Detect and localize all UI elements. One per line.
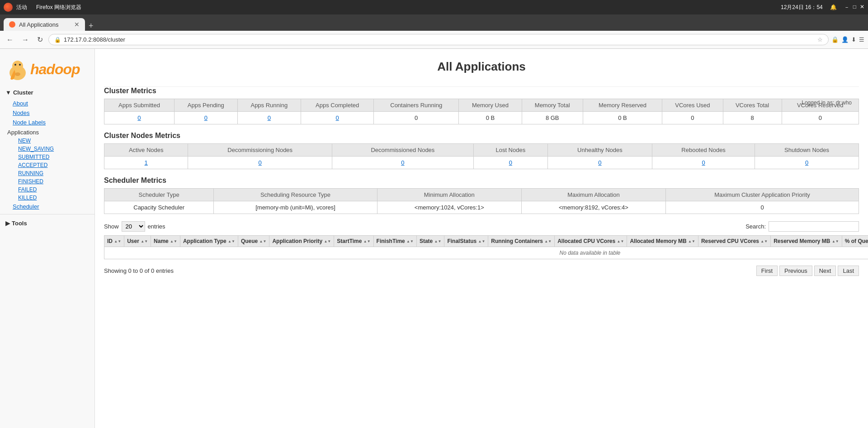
minimize-icon[interactable]: － xyxy=(844,4,849,11)
refresh-button[interactable]: ↻ xyxy=(34,33,46,46)
th-application-priority[interactable]: Application Priority ▲▼ xyxy=(269,236,334,247)
active-tab[interactable]: All Applications ✕ xyxy=(4,18,85,31)
val-shutdown-nodes[interactable]: 0 xyxy=(755,157,859,169)
col-memory-reserved: Memory Reserved xyxy=(583,99,662,112)
forward-button[interactable]: → xyxy=(19,34,32,46)
col-memory-used: Memory Used xyxy=(459,99,522,112)
maximize-icon[interactable]: □ xyxy=(853,4,856,11)
allocated-memory-sort-icon: ▲▼ xyxy=(688,240,695,243)
address-bar[interactable]: 🔒 172.17.0.2:8088/cluster ☆ xyxy=(48,34,829,45)
th-allocated-cpu[interactable]: Allocated CPU VCores ▲▼ xyxy=(555,236,627,247)
col-apps-submitted: Apps Submitted xyxy=(104,99,175,112)
svg-point-4 xyxy=(15,72,20,76)
url-display: 172.17.0.2:8088/cluster xyxy=(64,36,815,43)
val-unhealthy-nodes[interactable]: 0 xyxy=(547,157,652,169)
sidebar-item-nodes[interactable]: Nodes xyxy=(0,108,94,118)
sidebar-item-about[interactable]: About xyxy=(0,99,94,108)
th-state[interactable]: State ▲▼ xyxy=(416,236,444,247)
back-button[interactable]: ← xyxy=(4,34,16,46)
applications-data-table: ID ▲▼ User ▲▼ Name ▲▼ Application Type ▲… xyxy=(104,235,868,259)
col-memory-total: Memory Total xyxy=(522,99,583,112)
val-apps-running[interactable]: 0 xyxy=(237,112,301,124)
sidebar-item-accepted[interactable]: ACCEPTED xyxy=(0,161,94,169)
col-apps-pending: Apps Pending xyxy=(174,99,237,112)
th-reserved-cpu[interactable]: Reserved CPU VCores ▲▼ xyxy=(698,236,770,247)
val-apps-pending[interactable]: 0 xyxy=(174,112,237,124)
th-id[interactable]: ID ▲▼ xyxy=(104,236,124,247)
sidebar-tools-header[interactable]: ▶ Tools xyxy=(0,217,94,229)
th-queue[interactable]: Queue ▲▼ xyxy=(238,236,269,247)
th-running-containers[interactable]: Running Containers ▲▼ xyxy=(488,236,555,247)
th-finalstatus[interactable]: FinalStatus ▲▼ xyxy=(444,236,488,247)
sidebar-item-running[interactable]: RUNNING xyxy=(0,169,94,177)
sidebar-item-failed[interactable]: FAILED xyxy=(0,185,94,194)
cluster-toggle-icon: ▼ xyxy=(5,89,11,96)
browser-chrome: 活动 Firefox 网络浏览器 12月24日 16：54 🔔 － □ ✕ Al… xyxy=(0,0,868,49)
app-type-sort-icon: ▲▼ xyxy=(228,240,235,243)
last-button[interactable]: Last xyxy=(838,266,859,276)
sidebar-item-killed[interactable]: KILLED xyxy=(0,194,94,202)
th-reserved-memory[interactable]: Reserved Memory MB ▲▼ xyxy=(771,236,842,247)
search-input[interactable] xyxy=(769,221,859,232)
sidebar-item-new[interactable]: NEW xyxy=(0,137,94,145)
val-rebooted-nodes[interactable]: 0 xyxy=(652,157,755,169)
th-finishtime[interactable]: FinishTime ▲▼ xyxy=(373,236,416,247)
th-application-type[interactable]: Application Type ▲▼ xyxy=(180,236,238,247)
val-apps-submitted[interactable]: 0 xyxy=(104,112,175,124)
next-button[interactable]: Next xyxy=(814,266,836,276)
val-active-nodes[interactable]: 1 xyxy=(104,157,188,169)
reserved-memory-sort-icon: ▲▼ xyxy=(832,240,839,243)
extensions-icon[interactable]: 🔒 xyxy=(831,36,839,43)
notification-icon[interactable]: 🔔 xyxy=(830,4,837,10)
state-sort-icon: ▲▼ xyxy=(434,240,442,243)
tools-label: Tools xyxy=(12,220,27,227)
col-apps-completed: Apps Completed xyxy=(301,99,374,112)
entries-select[interactable]: 10 20 50 100 xyxy=(122,221,145,232)
menu-icon[interactable]: ☰ xyxy=(859,36,864,43)
sidebar-item-scheduler[interactable]: Scheduler xyxy=(0,202,94,211)
main-content: All Applications Logged in as: dr.who Cl… xyxy=(95,49,868,428)
col-rebooted-nodes: Rebooted Nodes xyxy=(652,144,755,157)
search-label: Search: xyxy=(745,223,766,230)
bookmark-icon[interactable]: ☆ xyxy=(817,36,823,43)
tab-close-icon[interactable]: ✕ xyxy=(74,21,80,28)
sidebar-divider xyxy=(0,214,94,214)
tab-label: All Applications xyxy=(19,21,58,28)
th-user[interactable]: User ▲▼ xyxy=(124,236,151,247)
hadoop-text-logo: hadoop xyxy=(30,61,80,78)
first-button[interactable]: First xyxy=(756,266,778,276)
sidebar-item-new-saving[interactable]: NEW_SAVING xyxy=(0,145,94,153)
val-containers-running: 0 xyxy=(374,112,459,124)
name-sort-icon: ▲▼ xyxy=(170,240,177,243)
secure-icon: 🔒 xyxy=(54,37,61,43)
val-decommissioned-nodes[interactable]: 0 xyxy=(332,157,473,169)
nav-right-controls: 🔒 👤 ⬇ ☰ xyxy=(831,36,864,43)
entries-label: entries xyxy=(148,223,165,230)
val-memory-total: 8 GB xyxy=(522,112,583,124)
th-name[interactable]: Name ▲▼ xyxy=(151,236,180,247)
th-allocated-memory[interactable]: Allocated Memory MB ▲▼ xyxy=(627,236,698,247)
show-label: Show xyxy=(104,223,119,230)
downloads-icon[interactable]: ⬇ xyxy=(851,36,856,43)
th-starttime[interactable]: StartTime ▲▼ xyxy=(334,236,373,247)
sidebar-applications-header[interactable]: Applications xyxy=(0,127,94,137)
val-apps-completed[interactable]: 0 xyxy=(301,112,374,124)
allocated-cpu-sort-icon: ▲▼ xyxy=(617,240,624,243)
col-max-allocation: Maximum Allocation xyxy=(521,189,665,201)
close-window-icon[interactable]: ✕ xyxy=(860,4,864,11)
sidebar-cluster-header[interactable]: ▼ Cluster xyxy=(0,86,94,99)
previous-button[interactable]: Previous xyxy=(779,266,812,276)
scheduler-metrics-title: Scheduler Metrics xyxy=(104,176,859,185)
account-icon[interactable]: 👤 xyxy=(841,36,849,43)
app-wrapper: hadoop ▼ Cluster About Nodes Node Labels… xyxy=(0,49,868,428)
showing-entries-label: Showing 0 to 0 of 0 entries xyxy=(104,267,174,274)
browser-name: Firefox 网络浏览器 xyxy=(36,4,81,11)
sidebar-item-node-labels[interactable]: Node Labels xyxy=(0,118,94,127)
sidebar-item-finished[interactable]: FINISHED xyxy=(0,177,94,185)
sidebar-item-submitted[interactable]: SUBMITTED xyxy=(0,153,94,161)
val-decommissioning-nodes[interactable]: 0 xyxy=(188,157,332,169)
val-lost-nodes[interactable]: 0 xyxy=(473,157,547,169)
th-pct-queue[interactable]: % of Queue ▲▼ xyxy=(842,236,868,247)
col-scheduling-resource-type: Scheduling Resource Type xyxy=(214,189,377,201)
new-tab-button[interactable]: + xyxy=(85,21,97,31)
